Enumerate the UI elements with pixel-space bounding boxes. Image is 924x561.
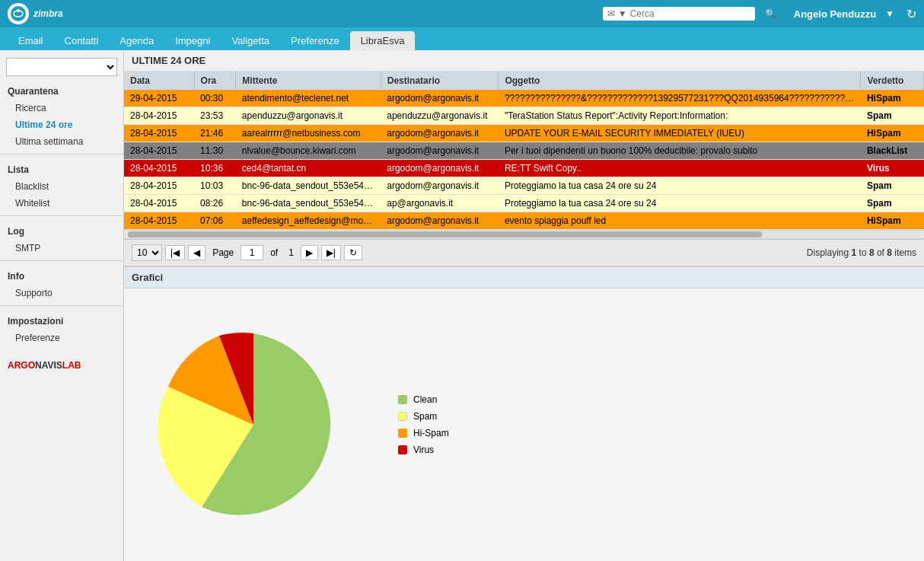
cell-ora: 10:03: [194, 177, 236, 195]
sidebar-item-ultime24ore[interactable]: Ultime 24 ore: [0, 116, 123, 133]
table-row[interactable]: 28-04-2015 10:36 ced4@tantat.cn argodom@…: [124, 160, 924, 177]
tab-contatti[interactable]: Contatti: [54, 31, 110, 50]
tab-valigetta[interactable]: Valigetta: [221, 31, 280, 50]
main-content: ULTIME 24 ORE Data Ora Mittente Destinat…: [124, 50, 924, 561]
cell-verdetto: HiSpam: [861, 212, 924, 230]
email-table-container: Data Ora Mittente Destinatario Oggetto V…: [124, 72, 924, 230]
cell-data: 29-04-2015: [124, 90, 194, 107]
per-page-select[interactable]: 10 25 50: [132, 244, 162, 261]
cell-ora: 07:06: [194, 212, 236, 230]
sidebar-dropdown[interactable]: [6, 58, 117, 76]
cell-mittente: aarealrrrrr@netbusiness.com: [236, 125, 381, 142]
sidebar-item-supporto[interactable]: Supporto: [0, 285, 123, 301]
table-row[interactable]: 28-04-2015 07:06 aeffedesign_aeffedesign…: [124, 212, 924, 230]
table-row[interactable]: 28-04-2015 10:03 bnc-96-data_sendout_553…: [124, 177, 924, 195]
sidebar-item-whitelist[interactable]: Whitelist: [0, 195, 123, 212]
col-destinatario[interactable]: Destinatario: [381, 72, 499, 90]
email-table: Data Ora Mittente Destinatario Oggetto V…: [124, 72, 924, 230]
legend-hispam-dot: [398, 429, 407, 438]
sidebar-item-ultimasettimana[interactable]: Ultima settimana: [0, 133, 123, 150]
page-first-button[interactable]: |◀: [165, 245, 185, 260]
page-refresh-button[interactable]: ↻: [344, 245, 362, 260]
page-total: 1: [288, 247, 294, 258]
legend-spam-label: Spam: [413, 411, 437, 422]
search-input[interactable]: [630, 8, 750, 19]
tab-email[interactable]: Email: [8, 31, 54, 50]
user-dropdown-icon[interactable]: ▼: [885, 8, 894, 19]
display-total: 8: [887, 247, 892, 258]
tab-preferenze[interactable]: Preferenze: [280, 31, 350, 50]
tab-impegni[interactable]: Impegni: [164, 31, 221, 50]
col-verdetto[interactable]: Verdetto: [861, 72, 924, 90]
cell-destinatario: argodom@argonavis.it: [381, 142, 499, 160]
page-label: Page: [212, 247, 234, 258]
table-row[interactable]: 28-04-2015 08:26 bnc-96-data_sendout_553…: [124, 195, 924, 212]
search-box: ✉ ▼: [603, 7, 755, 21]
page-next-button[interactable]: ▶: [301, 245, 318, 260]
cell-destinatario: apenduzzu@argonavis.it: [381, 107, 499, 125]
refresh-button[interactable]: ↻: [906, 7, 916, 21]
sidebar: Quarantena Ricerca Ultime 24 ore Ultima …: [0, 50, 124, 561]
display-from: 1: [852, 247, 857, 258]
sidebar-select[interactable]: [6, 58, 117, 76]
svg-point-2: [17, 9, 20, 12]
argonavis-logo-area: ARGONAVISLAB: [0, 346, 123, 383]
tab-libraesva[interactable]: LibraEsva: [350, 31, 416, 50]
cell-destinatario: argodom@argonavis.it: [381, 90, 499, 107]
legend-virus: Virus: [398, 445, 449, 455]
col-ora[interactable]: Ora: [194, 72, 236, 90]
cell-verdetto: Spam: [861, 107, 924, 125]
divider-4: [0, 305, 123, 306]
search-button[interactable]: 🔍: [761, 7, 780, 21]
section-quarantena: Quarantena: [0, 80, 123, 100]
col-oggetto[interactable]: Oggetto: [499, 72, 861, 90]
mail-icon[interactable]: ✉: [607, 8, 615, 19]
table-row[interactable]: 28-04-2015 11:30 nlvalue@bounce.kiwari.c…: [124, 142, 924, 160]
col-mittente[interactable]: Mittente: [236, 72, 381, 90]
main-layout: Quarantena Ricerca Ultime 24 ore Ultima …: [0, 50, 924, 561]
grafici-header: Grafici: [124, 266, 924, 288]
pagination-info: Displaying 1 to 8 of 8 items: [807, 247, 916, 258]
cell-ora: 00:30: [194, 90, 236, 107]
cell-verdetto: HiSpam: [861, 125, 924, 142]
cell-data: 28-04-2015: [124, 125, 194, 142]
legend-hispam-label: Hi-Spam: [413, 428, 449, 438]
cell-destinatario: argodom@argonavis.it: [381, 212, 499, 230]
nav-tabs: Email Contatti Agenda Impegni Valigetta …: [0, 27, 924, 50]
page-of-label: of: [270, 247, 278, 258]
dropdown-icon[interactable]: ▼: [618, 8, 627, 19]
cell-mittente: bnc-96-data_sendout_553e54d...: [236, 195, 381, 212]
divider-2: [0, 215, 123, 216]
table-row[interactable]: 28-04-2015 23:53 apenduzzu@argonavis.it …: [124, 107, 924, 125]
col-data[interactable]: Data: [124, 72, 194, 90]
app-header: zimbra ✉ ▼ 🔍 Angelo Penduzzu ▼ ↻: [0, 0, 924, 27]
legend-virus-label: Virus: [413, 445, 434, 455]
table-row[interactable]: 28-04-2015 21:46 aarealrrrrr@netbusiness…: [124, 125, 924, 142]
cell-destinatario: ap@argonavis.it: [381, 195, 499, 212]
page-last-button[interactable]: ▶|: [321, 245, 341, 260]
table-row[interactable]: 29-04-2015 00:30 atendimento@teclenet.ne…: [124, 90, 924, 107]
legend-spam: Spam: [398, 411, 449, 422]
cell-oggetto: ???????????????&?????????????13929577231…: [499, 90, 861, 107]
section-log: Log: [0, 220, 123, 240]
legend-spam-dot: [398, 412, 407, 421]
sidebar-item-ricerca[interactable]: Ricerca: [0, 100, 123, 116]
tab-agenda[interactable]: Agenda: [109, 31, 164, 50]
pagination-bar: 10 25 50 |◀ ◀ Page of 1 ▶ ▶| ↻ Displayin…: [124, 239, 924, 266]
cell-data: 28-04-2015: [124, 160, 194, 177]
content-header: ULTIME 24 ORE: [124, 50, 924, 72]
cell-mittente: bnc-96-data_sendout_553e54d...: [236, 177, 381, 195]
page-input[interactable]: [241, 245, 263, 260]
sidebar-item-smtp[interactable]: SMTP: [0, 240, 123, 257]
page-prev-button[interactable]: ◀: [188, 245, 206, 260]
sidebar-item-blacklist[interactable]: Blacklist: [0, 178, 123, 195]
display-to: 8: [869, 247, 875, 258]
search-area: ✉ ▼ 🔍 Angelo Penduzzu ▼ ↻: [603, 7, 916, 21]
legend-clean: Clean: [398, 394, 449, 405]
cell-destinatario: argodom@argonavis.it: [381, 125, 499, 142]
sidebar-item-preferenze[interactable]: Preferenze: [0, 330, 123, 346]
user-name: Angelo Penduzzu: [794, 8, 876, 20]
cell-mittente: aeffedesign_aeffedesign@mobili...: [236, 212, 381, 230]
cell-oggetto: evento spiaggia pouff led: [499, 212, 861, 230]
grafici-content: Clean Spam Hi-Spam Virus: [124, 288, 924, 561]
